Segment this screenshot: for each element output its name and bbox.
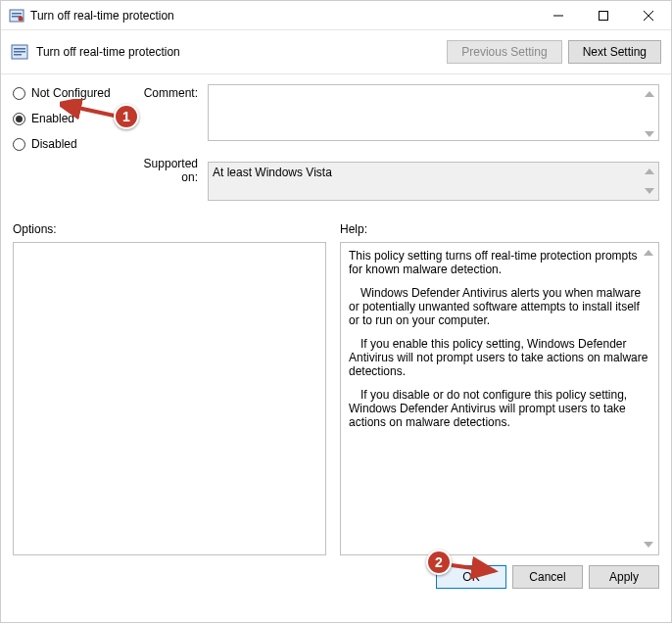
close-button[interactable] (626, 1, 671, 30)
window-title: Turn off real-time protection (30, 9, 536, 23)
comment-label: Comment: (131, 84, 198, 100)
radio-disabled[interactable]: Disabled (13, 137, 125, 151)
apply-button[interactable]: Apply (589, 565, 659, 589)
svg-rect-10 (14, 51, 25, 53)
cancel-button[interactable]: Cancel (512, 565, 583, 589)
help-label: Help: (340, 222, 659, 236)
minimize-button[interactable] (536, 1, 581, 30)
radio-enabled[interactable]: Enabled (13, 112, 125, 125)
radio-label: Not Configured (31, 86, 111, 100)
help-paragraph: Windows Defender Antivirus alerts you wh… (349, 286, 650, 327)
dialog-footer: 2 OK Cancel Apply (1, 555, 671, 600)
help-paragraph: If you disable or do not configure this … (349, 388, 650, 429)
maximize-button[interactable] (581, 1, 626, 30)
options-section: Options: (13, 222, 326, 555)
comment-textarea[interactable] (208, 84, 659, 141)
previous-setting-button[interactable]: Previous Setting (447, 40, 561, 64)
options-label: Options: (13, 222, 326, 236)
svg-rect-9 (14, 48, 25, 50)
radio-icon (13, 87, 25, 100)
radio-not-configured[interactable]: Not Configured (13, 86, 125, 100)
policy-icon (9, 8, 24, 24)
radio-label: Enabled (31, 112, 74, 125)
svg-rect-11 (14, 54, 22, 56)
header-row: Turn off real-time protection Previous S… (1, 30, 671, 74)
state-radio-group: Not Configured Enabled Disabled (13, 84, 125, 151)
window-controls (536, 1, 671, 29)
radio-icon (13, 113, 25, 125)
titlebar: Turn off real-time protection (1, 1, 671, 30)
help-section: Help: This policy setting turns off real… (340, 222, 659, 555)
ok-button[interactable]: OK (436, 565, 506, 589)
supported-on-display: At least Windows Vista (208, 162, 659, 201)
help-paragraph: If you enable this policy setting, Windo… (349, 337, 650, 378)
radio-icon (13, 138, 25, 151)
field-labels: Comment: Supported on: (131, 84, 202, 184)
svg-rect-1 (12, 13, 22, 15)
radio-label: Disabled (31, 137, 77, 151)
policy-title: Turn off real-time protection (36, 45, 447, 59)
policy-icon-large (11, 43, 28, 61)
help-panel: This policy setting turns off real-time … (340, 242, 659, 555)
help-paragraph: This policy setting turns off real-time … (349, 249, 650, 276)
supported-label: Supported on: (131, 155, 198, 184)
next-setting-button[interactable]: Next Setting (568, 40, 661, 64)
options-panel (13, 242, 326, 555)
svg-rect-5 (600, 12, 608, 21)
svg-point-3 (19, 16, 24, 21)
field-values: At least Windows Vista (208, 84, 659, 201)
content-area: Not Configured Enabled Disabled Comment:… (1, 74, 671, 555)
scroll-down-icon (641, 537, 656, 552)
